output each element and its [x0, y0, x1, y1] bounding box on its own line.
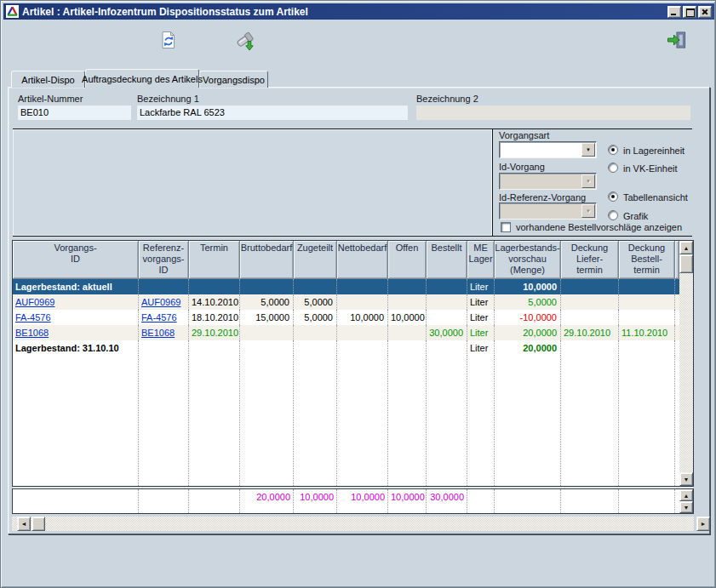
vorgangsart-combo[interactable]: ▼: [499, 141, 597, 158]
column-header-11[interactable]: Deckung Bestell- termin: [619, 241, 675, 279]
vertical-scrollbar-thumb[interactable]: [679, 254, 693, 273]
tab-vorgangsdispo[interactable]: Vorgangsdispo: [199, 71, 268, 88]
grid-cell: 20,0000: [240, 489, 294, 504]
arrow-down-icon: ▼: [684, 477, 690, 482]
dropdown-arrow-icon[interactable]: ▼: [581, 174, 595, 188]
grid-cell: Lagerbestand: aktuell: [13, 279, 139, 294]
grid-cell: 5,0000: [240, 294, 294, 310]
id-referenz-vorgang-label: Id-Referenz-Vorgang: [499, 192, 586, 203]
vorgang-link[interactable]: BE1068: [139, 325, 189, 340]
grid-cell: Liter: [467, 325, 495, 340]
radio-tabellenansicht-label: Tabellenansicht: [623, 192, 688, 203]
separator-line-top: [13, 128, 692, 129]
maximize-button[interactable]: [683, 6, 696, 18]
tab-label: Vorgangsdispo: [203, 75, 265, 85]
horizontal-scrollbar-thumb[interactable]: [32, 517, 45, 531]
column-divider: [426, 356, 427, 486]
column-header-5[interactable]: Nettobedarf: [337, 241, 388, 279]
lookup-button[interactable]: [232, 27, 258, 53]
window-controls: [667, 6, 712, 18]
grid-cell: 29.10.2010: [561, 325, 619, 340]
tab-auftragsdeckung[interactable]: Auftragsdeckung des Artikels: [85, 69, 199, 88]
vorgang-link[interactable]: AUF0969: [139, 294, 189, 310]
radio-tabellenansicht[interactable]: [608, 191, 618, 202]
arrow-left-icon: ◄: [21, 521, 27, 527]
vorgang-link[interactable]: BE1068: [13, 325, 139, 340]
grid-cell: 10,0000: [388, 310, 427, 325]
vorgang-link[interactable]: FA-4576: [139, 310, 189, 325]
grid-cell: Liter: [467, 294, 495, 310]
bezeichnung2-field[interactable]: [416, 106, 690, 120]
column-divider: [293, 489, 294, 513]
bezeichnung1-field[interactable]: Lackfarbe RAL 6523: [137, 106, 408, 120]
grid-cell: [294, 340, 337, 356]
grid-cell: 30,0000: [427, 325, 467, 340]
grid-cell: Lagerbestand: 31.10.10: [13, 340, 139, 356]
summary-scroll-down-button[interactable]: ▼: [679, 501, 693, 513]
radio-grafik-label: Grafik: [623, 211, 648, 221]
arrow-up-icon: ▲: [684, 245, 690, 251]
arrow-right-icon: ►: [701, 521, 707, 527]
scroll-up-button[interactable]: ▲: [679, 241, 693, 254]
artikel-nummer-label: Artikel-Nummer: [18, 94, 83, 104]
bestellvorschlaege-checkbox[interactable]: [501, 222, 511, 232]
vorgang-link[interactable]: FA-4576: [13, 310, 139, 325]
id-referenz-vorgang-combo[interactable]: ▼: [499, 203, 597, 220]
dropdown-arrow-icon[interactable]: ▼: [581, 204, 595, 218]
grid-cell: [619, 279, 675, 294]
grid-cell: 5,0000: [294, 310, 337, 325]
bezeichnung2-label: Bezeichnung 2: [416, 94, 478, 104]
vorgang-link[interactable]: AUF0969: [13, 294, 139, 310]
close-button[interactable]: [698, 6, 712, 18]
radio-vk-einheit[interactable]: [608, 163, 618, 173]
scroll-down-button[interactable]: ▼: [679, 472, 693, 486]
grid-cell: 20,0000: [495, 340, 561, 356]
grid-horizontal-scrollbar[interactable]: ◄: [12, 517, 694, 531]
scroll-left-button[interactable]: ◄: [17, 517, 31, 531]
window-title: Artikel : Artikel-Infozentrum Dispositio…: [22, 6, 308, 18]
grid-cell: 5,0000: [294, 294, 337, 310]
column-divider: [494, 489, 495, 513]
column-header-4[interactable]: Zugeteilt: [294, 241, 337, 279]
grid-cell: [561, 340, 619, 356]
grid-cell: [561, 279, 619, 294]
column-header-9[interactable]: Lagerbestands- vorschau (Menge): [495, 241, 561, 279]
grid-filler: [13, 356, 679, 486]
dropdown-arrow-icon[interactable]: ▼: [581, 143, 595, 157]
grid-vertical-scrollbar[interactable]: ▲ ▼: [679, 241, 693, 486]
table-row: 20,000010,000010,000010,000030,0000: [13, 489, 679, 505]
column-divider: [560, 356, 561, 486]
grid-cell: [240, 279, 294, 294]
id-vorgang-combo[interactable]: ▼: [499, 173, 597, 190]
exit-button[interactable]: [664, 27, 690, 53]
column-header-7[interactable]: Bestellt: [427, 241, 467, 279]
column-header-8[interactable]: ME Lager: [467, 241, 495, 279]
artikel-nummer-field[interactable]: BE010: [18, 106, 131, 120]
column-header-2[interactable]: Termin: [189, 241, 240, 279]
scroll-right-button[interactable]: ►: [696, 517, 710, 531]
minimize-button[interactable]: [667, 6, 681, 18]
radio-lagereinheit[interactable]: [608, 145, 618, 155]
tab-artikel-dispo[interactable]: Artikel-Dispo: [11, 71, 85, 88]
grid-cell: [189, 279, 240, 294]
grid-cell: 10,0000: [495, 279, 561, 294]
column-header-0[interactable]: Vorgangs- ID: [13, 241, 139, 279]
column-header-10[interactable]: Deckung Liefer- termin: [561, 241, 619, 279]
column-divider: [239, 356, 240, 486]
grid-cell: [388, 294, 427, 310]
radio-grafik[interactable]: [608, 210, 618, 220]
grid-cell: [388, 279, 427, 294]
grid-cell: [294, 325, 337, 340]
column-header-6[interactable]: Offen: [388, 241, 427, 279]
radio-lagereinheit-label: in Lagereinheit: [623, 146, 684, 156]
column-divider: [674, 356, 675, 486]
refresh-button[interactable]: [157, 28, 180, 52]
grid-cell: 29.10.2010: [189, 325, 240, 340]
summary-scroll-up-button[interactable]: ▲: [679, 489, 693, 501]
refresh-document-icon: [158, 30, 179, 50]
column-header-1[interactable]: Referenz- vorgangs- ID: [139, 241, 189, 279]
separator-line-vertical: [492, 128, 493, 237]
flashlight-search-icon: [234, 29, 256, 51]
column-header-3[interactable]: Bruttobedarf: [240, 241, 294, 279]
table-row: BE1068BE106829.10.201030,0000Liter20,000…: [13, 325, 679, 340]
